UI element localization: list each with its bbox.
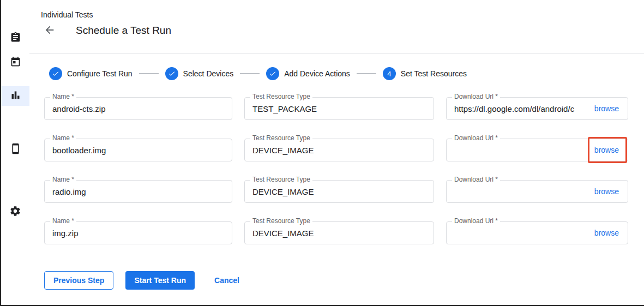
name-field-label: Name * — [50, 217, 76, 225]
resource-type-field[interactable]: Test Resource Type TEST_PACKAGE — [244, 97, 434, 120]
sidebar — [1, 0, 29, 305]
test-resources-form: Name * android-cts.zip Test Resource Typ… — [44, 97, 628, 244]
schedule-test-run-page: Individual Tests Schedule a Test Run Con… — [0, 0, 644, 306]
name-field-value: android-cts.zip — [52, 104, 225, 113]
step-complete-check-icon — [165, 67, 178, 80]
step-label: Add Device Actions — [284, 69, 350, 78]
name-field-value: bootloader.img — [52, 146, 225, 155]
resource-type-field[interactable]: Test Resource Type DEVICE_IMAGE — [244, 180, 434, 203]
name-field-value: img.zip — [52, 229, 225, 238]
calendar-icon — [10, 56, 21, 70]
browse-button[interactable]: browse — [592, 187, 621, 196]
step-select-devices[interactable]: Select Devices — [165, 67, 234, 80]
step-number-badge: 4 — [383, 67, 396, 80]
name-field-label: Name * — [50, 134, 76, 142]
browse-button[interactable]: browse — [592, 104, 621, 113]
sidebar-item-test-runs[interactable] — [1, 86, 29, 106]
step-complete-check-icon — [49, 67, 62, 80]
resource-type-label: Test Resource Type — [250, 217, 312, 225]
download-url-field[interactable]: Download Url * browse — [446, 221, 628, 244]
step-label: Set Test Resources — [401, 69, 467, 78]
name-field-value: radio.img — [52, 187, 225, 196]
step-configure-test-run[interactable]: Configure Test Run — [49, 67, 133, 80]
arrow-back-icon — [44, 24, 56, 38]
download-url-value: https://dl.google.com/dl/android/c — [454, 104, 588, 113]
step-label: Select Devices — [183, 69, 234, 78]
browse-button[interactable]: browse — [592, 146, 621, 154]
action-bar: Previous Step Start Test Run Cancel — [44, 271, 246, 290]
step-set-test-resources[interactable]: 4 Set Test Resources — [383, 67, 467, 80]
header-divider — [29, 53, 644, 53]
breadcrumb: Individual Tests — [41, 10, 93, 19]
resource-type-value: DEVICE_IMAGE — [252, 146, 427, 155]
start-test-run-button[interactable]: Start Test Run — [125, 271, 195, 290]
smartphone-icon — [10, 143, 21, 157]
resource-type-label: Test Resource Type — [250, 93, 312, 100]
step-label: Configure Test Run — [67, 69, 133, 78]
download-url-label: Download Url * — [452, 93, 500, 100]
step-connector — [139, 73, 159, 74]
gear-icon — [9, 205, 21, 219]
sidebar-item-settings[interactable] — [1, 202, 29, 222]
sidebar-item-tests[interactable] — [1, 28, 29, 48]
previous-step-button[interactable]: Previous Step — [44, 271, 113, 290]
name-field[interactable]: Name * bootloader.img — [44, 139, 232, 161]
resource-type-value: DEVICE_IMAGE — [252, 187, 427, 196]
name-field[interactable]: Name * radio.img — [44, 180, 232, 203]
step-complete-check-icon — [266, 67, 279, 80]
name-field-label: Name * — [50, 93, 76, 100]
name-field[interactable]: Name * android-cts.zip — [44, 97, 232, 120]
resource-type-field[interactable]: Test Resource Type DEVICE_IMAGE — [244, 221, 434, 244]
name-field[interactable]: Name * img.zip — [44, 221, 232, 244]
download-url-label: Download Url * — [452, 134, 500, 142]
bar-chart-icon — [10, 89, 21, 103]
resource-type-field[interactable]: Test Resource Type DEVICE_IMAGE — [244, 139, 434, 161]
resource-type-label: Test Resource Type — [250, 176, 312, 183]
assignment-icon — [10, 32, 21, 45]
stepper: Configure Test Run Select Devices Add De… — [49, 67, 467, 81]
step-connector — [240, 73, 260, 74]
download-url-label: Download Url * — [452, 217, 500, 225]
resource-type-label: Test Resource Type — [250, 134, 312, 142]
resource-type-value: DEVICE_IMAGE — [252, 229, 427, 238]
sidebar-item-test-plans[interactable] — [1, 53, 29, 73]
step-add-device-actions[interactable]: Add Device Actions — [266, 67, 350, 80]
download-url-field[interactable]: Download Url * browse — [446, 139, 628, 161]
sidebar-item-devices[interactable] — [1, 140, 29, 159]
browse-button[interactable]: browse — [592, 229, 621, 237]
page-title: Schedule a Test Run — [76, 25, 171, 37]
resource-type-value: TEST_PACKAGE — [252, 104, 427, 113]
back-button[interactable] — [43, 24, 57, 38]
cancel-button[interactable]: Cancel — [208, 271, 246, 290]
download-url-field[interactable]: Download Url * browse — [446, 180, 628, 203]
download-url-label: Download Url * — [452, 176, 500, 183]
step-connector — [357, 73, 376, 74]
name-field-label: Name * — [50, 176, 76, 183]
download-url-field[interactable]: Download Url * https://dl.google.com/dl/… — [446, 97, 628, 120]
